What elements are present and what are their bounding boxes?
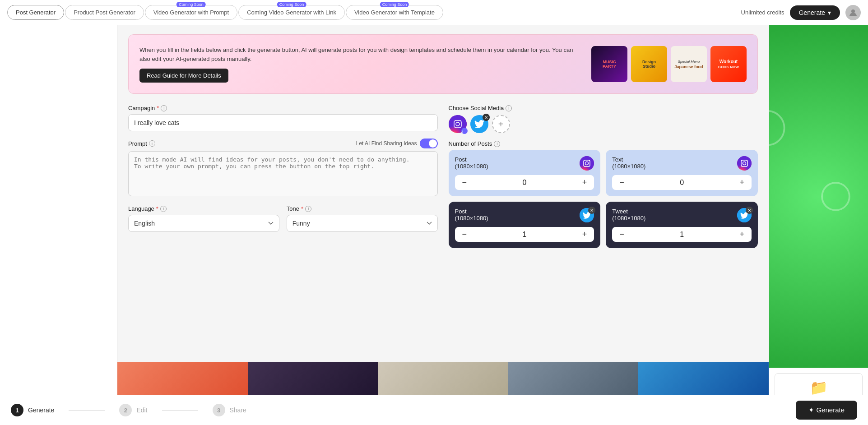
language-select[interactable]: English Japanese Spanish French German — [128, 215, 279, 232]
post-instagram-count: 0 — [522, 179, 526, 187]
twitter-remove-button[interactable]: ✕ — [483, 114, 490, 121]
user-avatar[interactable] — [845, 5, 861, 20]
form-left: Campagin * i Prompt i Let AI Find — [128, 105, 438, 248]
tweet-twitter-decrement[interactable]: − — [619, 230, 624, 239]
step-1: 1 Generate — [11, 404, 54, 416]
language-info-icon[interactable]: i — [160, 206, 167, 212]
tweet-twitter-increment[interactable]: + — [739, 230, 744, 239]
banner-text: When you fill in the fields below and cl… — [139, 46, 582, 83]
svg-point-10 — [737, 156, 752, 171]
post-card-post-twitter: Post (1080×1080) ✕ — [449, 202, 601, 248]
thumbnail-3 — [378, 362, 508, 398]
social-media-label: Choose Social Media i — [449, 105, 758, 111]
add-social-button[interactable]: + — [492, 115, 510, 133]
prompt-row: Prompt i Let AI Find Sharing Ideas — [128, 139, 438, 148]
tone-select[interactable]: Funny Professional Casual Formal — [287, 215, 438, 232]
post-twitter-remove[interactable]: ✕ — [588, 207, 595, 214]
banner-image-music: MUSICPARTY — [591, 46, 627, 82]
prompt-info-icon[interactable]: i — [149, 140, 155, 147]
tone-info-icon[interactable]: i — [305, 206, 311, 212]
generate-top-button[interactable]: Generate ▾ — [790, 5, 840, 20]
campaign-info-icon[interactable]: i — [161, 105, 167, 111]
thumbnail-strip — [117, 362, 769, 398]
social-media-info-icon[interactable]: i — [506, 105, 512, 111]
banner-images: MUSICPARTY DesignStudio Special Menu Jap… — [591, 46, 747, 82]
text-instagram-decrement[interactable]: − — [619, 178, 624, 187]
post-twitter-increment[interactable]: + — [582, 230, 587, 239]
right-panel-preview — [769, 25, 868, 368]
post-instagram-increment[interactable]: + — [582, 178, 587, 187]
topbar: Post Generator Product Post Generator Co… — [0, 0, 868, 25]
posts-grid: Post (1080×1080) − — [449, 150, 758, 248]
post-instagram-decrement[interactable]: − — [462, 178, 467, 187]
tab-list: Post Generator Product Post Generator Co… — [7, 5, 741, 20]
japanese-food-label: Japanese food — [674, 65, 703, 69]
social-avatar-instagram[interactable]: i — [449, 115, 467, 133]
toggle-knob — [429, 139, 437, 148]
svg-point-0 — [851, 9, 855, 13]
steps: 1 Generate 2 Edit 3 Share — [11, 404, 246, 416]
tone-label: Tone * i — [287, 205, 438, 212]
step-line-1 — [69, 410, 105, 411]
text-instagram-counter: − 0 + — [612, 175, 752, 190]
social-avatar-twitter[interactable]: ✕ — [470, 115, 488, 133]
step-1-label: Generate — [28, 407, 54, 414]
banner-image-japanese: Special Menu Japanese food — [671, 46, 707, 82]
form-right: Choose Social Media i i — [449, 105, 758, 248]
svg-rect-14 — [769, 25, 868, 368]
post-card-text-instagram: Text (1080×1080) − — [606, 150, 758, 196]
chevron-down-icon: ▾ — [828, 9, 831, 16]
number-of-posts-info-icon[interactable]: i — [494, 141, 500, 147]
step-2-num: 2 — [119, 404, 132, 416]
prompt-field-group: Prompt i Let AI Find Sharing Ideas — [128, 139, 438, 198]
tab-video-generator-prompt[interactable]: Coming Soon Video Generator with Prompt — [145, 5, 237, 20]
campaign-required: * — [157, 105, 159, 111]
tab-video-generator-template[interactable]: Coming Soon Video Generator with Templat… — [346, 5, 443, 20]
lang-tone-row: Language * i English Japanese Spanish Fr… — [128, 205, 438, 232]
svg-point-9 — [589, 160, 590, 161]
read-guide-button[interactable]: Read Guide for More Details — [139, 69, 228, 83]
coming-soon-badge-template: Coming Soon — [380, 2, 409, 7]
svg-text:i: i — [462, 129, 463, 133]
post-card-post-instagram: Post (1080×1080) − — [449, 150, 601, 196]
generate-main-button[interactable]: ✦ Generate — [796, 401, 857, 420]
language-required: * — [156, 205, 158, 212]
panel-pattern-bg — [769, 25, 868, 368]
post-twitter-count: 1 — [522, 231, 526, 239]
topbar-right: Unlimited credits Generate ▾ — [741, 5, 861, 20]
tone-field-group: Tone * i Funny Professional Casual Forma… — [287, 205, 438, 232]
campaign-field-group: Campagin * i — [128, 105, 438, 131]
number-of-posts-label: Number of Posts i — [449, 140, 758, 147]
coming-soon-badge-link: Coming Soon — [277, 2, 306, 7]
svg-point-4 — [460, 120, 461, 121]
text-instagram-avatar — [737, 156, 752, 171]
post-twitter-decrement[interactable]: − — [462, 230, 467, 239]
unlimited-credits-label: Unlimited credits — [741, 9, 784, 16]
tab-product-post-generator[interactable]: Product Post Generator — [65, 5, 144, 20]
thumbnail-1 — [117, 362, 248, 398]
thumbnail-4 — [508, 362, 639, 398]
tab-video-generator-link[interactable]: Coming Soon Coming Video Generator with … — [238, 5, 345, 20]
step-2-label: Edit — [136, 407, 147, 414]
banner-image-design: DesignStudio — [631, 46, 667, 82]
text-instagram-count: 0 — [680, 179, 684, 187]
prompt-label: Prompt i — [128, 140, 155, 147]
language-field-group: Language * i English Japanese Spanish Fr… — [128, 205, 279, 232]
tweet-twitter-remove[interactable]: ✕ — [746, 207, 753, 214]
step-1-num: 1 — [11, 404, 23, 416]
bottom-bar: 1 Generate 2 Edit 3 Share ✦ Generate — [0, 395, 868, 425]
svg-point-6 — [580, 156, 594, 171]
banner-description: When you fill in the fields below and cl… — [139, 46, 582, 63]
campaign-input[interactable] — [128, 114, 438, 131]
step-3-num: 3 — [213, 404, 225, 416]
tab-post-generator[interactable]: Post Generator — [7, 5, 64, 20]
post-instagram-counter: − 0 + — [455, 175, 594, 190]
prompt-textarea[interactable] — [128, 151, 438, 196]
tweet-twitter-counter: − 1 + — [612, 227, 752, 242]
social-avatars: i ✕ + — [449, 115, 758, 133]
ai-toggle-switch[interactable] — [420, 139, 438, 148]
step-3: 3 Share — [213, 404, 246, 416]
text-instagram-increment[interactable]: + — [739, 178, 744, 187]
tweet-twitter-avatar: ✕ — [737, 208, 752, 222]
form-grid: Campagin * i Prompt i Let AI Find — [128, 105, 758, 248]
